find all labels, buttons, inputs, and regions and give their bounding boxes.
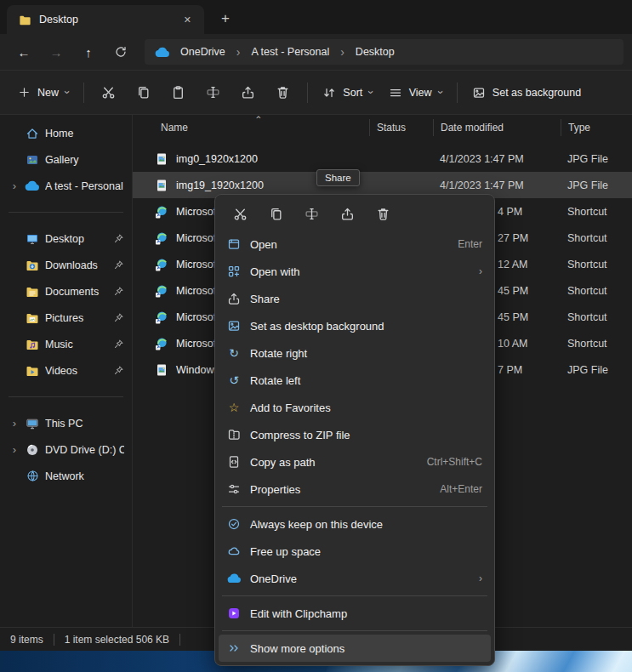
open-with-icon (226, 265, 242, 278)
dvd-drive-icon (25, 443, 40, 457)
file-type: Shortcut (561, 338, 632, 350)
share-tooltip: Share (316, 169, 360, 186)
open-icon (226, 237, 242, 251)
share-button[interactable] (331, 200, 363, 227)
statusbar-divider (179, 634, 180, 646)
command-bar: New › Sort › View › (0, 70, 632, 115)
menu-item-onedrive[interactable]: OneDrive › (219, 565, 491, 592)
menu-item-rotate-right[interactable]: ↻ Rotate right (219, 339, 491, 367)
sidebar-item-videos[interactable]: Videos (3, 357, 129, 384)
sidebar-item-onedrive-personal[interactable]: › A test - Personal (3, 173, 129, 199)
menu-item-copy-as-path[interactable]: Copy as path Ctrl+Shift+C (219, 448, 491, 476)
tab-title: Desktop (39, 14, 171, 26)
shortcut-app-icon (155, 337, 168, 350)
file-type: Shortcut (561, 206, 632, 218)
rename-button[interactable] (295, 200, 327, 227)
always-available-icon (226, 517, 242, 531)
column-header-date-modified[interactable]: Date modified (433, 119, 561, 136)
onedrive-icon (25, 180, 40, 191)
sidebar-item-dvd-drive[interactable]: › DVD Drive (D:) CCC (3, 436, 129, 463)
file-date: 4/1/2023 1:47 PM (433, 179, 561, 191)
cut-icon (101, 85, 116, 100)
statusbar-divider (54, 634, 54, 646)
expand-chevron-icon[interactable]: › (9, 443, 20, 456)
chevron-down-icon: › (434, 90, 447, 94)
onedrive-icon (155, 47, 170, 58)
column-header-status[interactable]: Status (369, 119, 433, 136)
expand-chevron-icon[interactable]: › (9, 417, 20, 430)
address-bar[interactable]: OneDrive › A test - Personal › Desktop (145, 39, 623, 65)
sort-button[interactable]: Sort › (315, 79, 380, 106)
menu-item-share[interactable]: Share (219, 285, 491, 312)
navigation-pane: Home Gallery › A test - Personal Desktop (0, 115, 132, 627)
star-icon: ☆ (226, 401, 242, 413)
up-button[interactable]: ↑ (73, 42, 104, 63)
breadcrumb-a-test-personal[interactable]: A test - Personal (247, 43, 333, 60)
sidebar-item-pictures[interactable]: Pictures (3, 305, 129, 331)
back-button[interactable]: ← (9, 42, 39, 63)
sidebar-item-home[interactable]: Home (3, 120, 129, 146)
menu-item-open-with[interactable]: Open with › (219, 258, 491, 285)
breadcrumb-onedrive[interactable]: OneDrive (176, 43, 230, 60)
shortcut-app-icon (155, 231, 168, 245)
cut-button[interactable] (224, 200, 256, 227)
trash-icon (376, 207, 390, 221)
sidebar-item-network[interactable]: Network (3, 463, 129, 489)
copy-button[interactable] (126, 78, 161, 106)
view-button[interactable]: View › (381, 79, 450, 106)
delete-button[interactable] (367, 200, 399, 227)
sidebar-item-downloads[interactable]: Downloads (3, 252, 129, 278)
sidebar-item-documents[interactable]: Documents (3, 278, 129, 305)
share-icon (241, 85, 255, 100)
menu-item-free-up-space[interactable]: Free up space (219, 538, 491, 565)
file-date: 4/1/2023 1:47 PM (433, 153, 561, 165)
tab-close-icon[interactable]: ✕ (178, 12, 197, 28)
gallery-icon (25, 153, 40, 167)
forward-button[interactable]: → (41, 42, 71, 63)
new-button[interactable]: New › (10, 79, 77, 105)
new-tab-button[interactable]: + (214, 9, 236, 27)
folder-tab-icon (17, 14, 32, 26)
view-button-label: View (409, 87, 432, 99)
submenu-chevron-icon: › (479, 572, 482, 584)
sidebar-item-this-pc[interactable]: › This PC (3, 410, 129, 436)
menu-item-edit-with-clipchamp[interactable]: Edit with Clipchamp (219, 600, 491, 627)
picture-icon (472, 86, 486, 100)
toolbar-separator (307, 83, 308, 103)
menu-item-always-keep-on-device[interactable]: Always keep on this device (219, 510, 491, 538)
menu-item-rotate-left[interactable]: ↺ Rotate left (219, 367, 491, 394)
column-header-name[interactable]: Name (133, 119, 369, 136)
column-header-type[interactable]: Type (561, 119, 632, 136)
menu-item-show-more-options[interactable]: Show more options (219, 635, 491, 662)
delete-button[interactable] (265, 78, 300, 106)
copy-button[interactable] (259, 200, 292, 227)
shortcut-app-icon (155, 258, 168, 271)
menu-item-open[interactable]: Open Enter (219, 231, 491, 258)
toolbar-separator (83, 83, 84, 103)
cut-button[interactable] (91, 78, 126, 106)
view-icon (389, 86, 402, 100)
explorer-tab[interactable]: Desktop ✕ (7, 5, 204, 34)
breadcrumb-desktop[interactable]: Desktop (351, 43, 399, 60)
show-more-options-icon (226, 641, 242, 655)
share-button[interactable] (231, 78, 265, 106)
submenu-chevron-icon: › (479, 265, 482, 277)
sidebar-item-desktop[interactable]: Desktop (3, 225, 129, 252)
refresh-button[interactable] (105, 42, 136, 62)
rename-icon (206, 85, 220, 100)
file-type: JPG File (561, 364, 632, 376)
menu-item-compress-to-zip[interactable]: Compress to ZIP file (219, 421, 491, 448)
menu-item-set-as-desktop-background[interactable]: Set as desktop background (219, 312, 491, 339)
paste-button[interactable] (161, 78, 196, 106)
set-as-background-button[interactable]: Set as background (464, 79, 589, 106)
expand-chevron-icon[interactable]: › (9, 179, 20, 192)
rename-button[interactable] (196, 78, 231, 106)
menu-item-add-to-favorites[interactable]: ☆ Add to Favorites (219, 394, 491, 421)
sidebar-item-gallery[interactable]: Gallery (3, 146, 129, 173)
chevron-down-icon: › (365, 90, 378, 94)
file-row[interactable]: img0_1920x1200 4/1/2023 1:47 PM JPG File (133, 145, 632, 172)
paste-icon (171, 85, 185, 100)
breadcrumb-chevron-icon: › (236, 45, 242, 59)
sidebar-item-music[interactable]: Music (3, 331, 129, 357)
menu-item-properties[interactable]: Properties Alt+Enter (219, 476, 491, 503)
